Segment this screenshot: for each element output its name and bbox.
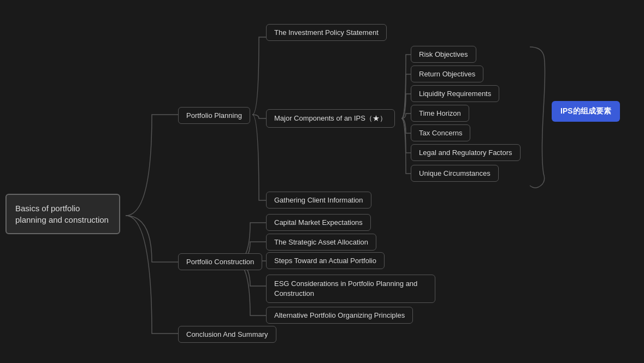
major-ips-label: Major Components of an IPS（★） <box>266 109 395 128</box>
node-unique: Unique Circumstances <box>411 165 499 182</box>
saa-label: The Strategic Asset Allocation <box>266 234 376 251</box>
time-label: Time Horizon <box>411 105 469 122</box>
legal-label: Legal and Regulatory Factors <box>411 144 521 161</box>
badge-label: IPS的组成要素 <box>552 101 620 122</box>
node-ips: The Investment Policy Statement <box>266 24 387 41</box>
ips-label: The Investment Policy Statement <box>266 24 387 41</box>
root-node: Basics of portfolio planning and constru… <box>5 194 126 234</box>
unique-label: Unique Circumstances <box>411 165 499 182</box>
node-portfolio-planning: Portfolio Planning <box>178 107 250 124</box>
node-apop: Alternative Portfolio Organizing Princip… <box>266 307 413 324</box>
node-time: Time Horizon <box>411 105 469 122</box>
node-major-ips: Major Components of an IPS（★） <box>266 109 395 128</box>
node-steps: Steps Toward an Actual Portfolio <box>266 252 385 269</box>
liquidity-label: Liquidity Requirements <box>411 85 499 102</box>
apop-label: Alternative Portfolio Organizing Princip… <box>266 307 413 324</box>
root-label: Basics of portfolio planning and constru… <box>5 194 120 234</box>
node-return: Return Objectives <box>411 66 483 82</box>
node-risk: Risk Objectives <box>411 46 476 63</box>
node-saa: The Strategic Asset Allocation <box>266 234 376 251</box>
node-liquidity: Liquidity Requirements <box>411 85 499 102</box>
ips-badge: IPS的组成要素 <box>552 101 620 122</box>
node-cme: Capital Market Expectations <box>266 214 371 231</box>
mindmap-canvas: Basics of portfolio planning and constru… <box>0 0 644 363</box>
node-legal: Legal and Regulatory Factors <box>411 144 521 161</box>
portfolio-planning-label: Portfolio Planning <box>178 107 250 124</box>
node-conclusion: Conclusion And Summary <box>178 326 276 343</box>
portfolio-construction-label: Portfolio Construction <box>178 253 262 270</box>
steps-label: Steps Toward an Actual Portfolio <box>266 252 385 269</box>
gathering-label: Gathering Client Information <box>266 192 371 209</box>
node-esg: ESG Considerations in Portfolio Planning… <box>266 275 435 303</box>
risk-label: Risk Objectives <box>411 46 476 63</box>
esg-label: ESG Considerations in Portfolio Planning… <box>266 275 435 303</box>
cme-label: Capital Market Expectations <box>266 214 371 231</box>
node-portfolio-construction: Portfolio Construction <box>178 253 262 270</box>
node-tax: Tax Concerns <box>411 124 470 141</box>
conclusion-label: Conclusion And Summary <box>178 326 276 343</box>
tax-label: Tax Concerns <box>411 124 470 141</box>
return-label: Return Objectives <box>411 66 483 82</box>
node-gathering: Gathering Client Information <box>266 192 371 209</box>
